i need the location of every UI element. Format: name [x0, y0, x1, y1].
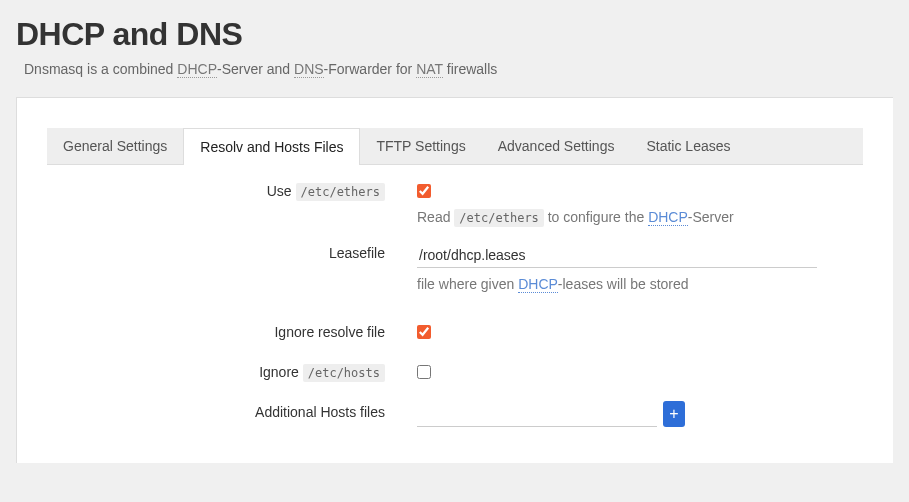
tabs-bar: General Settings Resolv and Hosts Files …: [47, 128, 863, 165]
ignore-hosts-checkbox[interactable]: [417, 365, 431, 379]
ignore-resolve-checkbox[interactable]: [417, 325, 431, 339]
tab-static-leases[interactable]: Static Leases: [630, 128, 746, 164]
nat-link[interactable]: NAT: [416, 61, 443, 78]
settings-panel: General Settings Resolv and Hosts Files …: [16, 97, 893, 463]
tab-resolv-hosts[interactable]: Resolv and Hosts Files: [183, 128, 360, 165]
additional-hosts-label: Additional Hosts files: [47, 400, 417, 420]
dhcp-lease-link[interactable]: DHCP: [518, 276, 558, 293]
add-hosts-button[interactable]: +: [663, 401, 685, 427]
form-body: Use /etc/ethers Read /etc/ethers to conf…: [17, 165, 893, 427]
dhcp-hint-link[interactable]: DHCP: [648, 209, 688, 226]
page-title: DHCP and DNS: [16, 16, 893, 53]
additional-hosts-input[interactable]: [417, 402, 657, 427]
use-ethers-checkbox[interactable]: [417, 184, 431, 198]
ignore-resolve-label: Ignore resolve file: [47, 320, 417, 340]
tab-advanced-settings[interactable]: Advanced Settings: [482, 128, 631, 164]
tab-tftp-settings[interactable]: TFTP Settings: [360, 128, 481, 164]
use-ethers-label: Use /etc/ethers: [47, 179, 417, 199]
leasefile-label: Leasefile: [47, 241, 417, 261]
use-ethers-hint: Read /etc/ethers to configure the DHCP-S…: [417, 209, 833, 225]
tab-general-settings[interactable]: General Settings: [47, 128, 183, 164]
dns-link[interactable]: DNS: [294, 61, 324, 78]
leasefile-hint: file where given DHCP-leases will be sto…: [417, 276, 833, 292]
leasefile-input[interactable]: [417, 243, 817, 268]
ignore-hosts-label: Ignore /etc/hosts: [47, 360, 417, 380]
dhcp-link[interactable]: DHCP: [177, 61, 217, 78]
page-subtitle: Dnsmasq is a combined DHCP-Server and DN…: [24, 61, 893, 77]
